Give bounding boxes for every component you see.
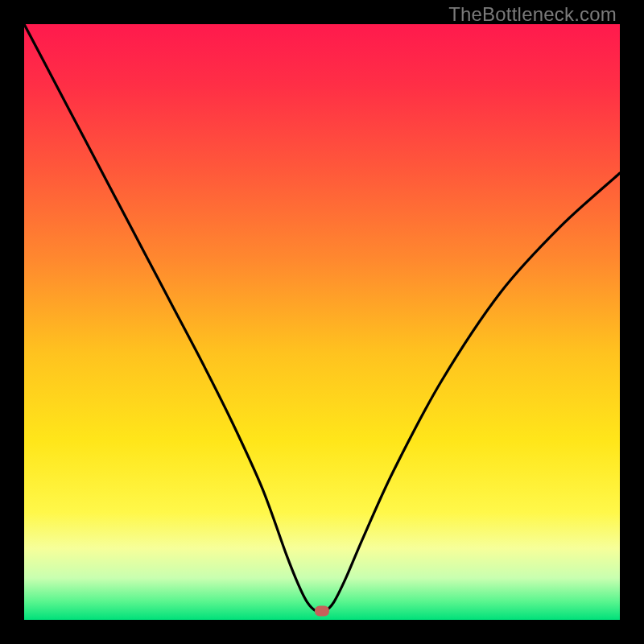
chart-frame: TheBottleneck.com <box>0 0 644 644</box>
bottleneck-curve <box>24 24 620 620</box>
optimal-point-marker <box>315 605 329 616</box>
watermark-text: TheBottleneck.com <box>448 3 617 26</box>
plot-area <box>24 24 620 620</box>
